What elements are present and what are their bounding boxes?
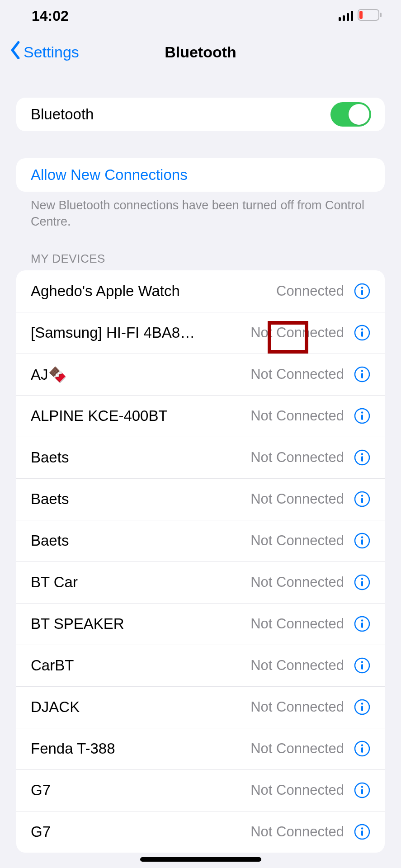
device-name: BT SPEAKER bbox=[31, 615, 250, 632]
device-status: Not Connected bbox=[250, 574, 344, 590]
info-icon[interactable] bbox=[353, 324, 371, 342]
allow-new-group: Allow New Connections bbox=[16, 158, 385, 192]
device-row[interactable]: BaetsNot Connected bbox=[16, 520, 385, 561]
my-devices-list: Aghedo's Apple WatchConnected[Samsung] H… bbox=[16, 270, 385, 853]
svg-point-26 bbox=[361, 537, 363, 538]
svg-rect-12 bbox=[361, 331, 363, 337]
svg-rect-5 bbox=[359, 11, 363, 19]
device-status: Not Connected bbox=[250, 824, 344, 840]
info-icon[interactable] bbox=[353, 823, 371, 841]
device-name: G7 bbox=[31, 782, 250, 799]
info-icon[interactable] bbox=[353, 740, 371, 758]
info-icon[interactable] bbox=[353, 781, 371, 799]
svg-rect-6 bbox=[380, 13, 382, 17]
info-icon[interactable] bbox=[353, 573, 371, 591]
device-row[interactable]: G7Not Connected bbox=[16, 769, 385, 811]
svg-rect-45 bbox=[361, 789, 363, 794]
svg-point-20 bbox=[361, 453, 363, 455]
device-name: Fenda T-388 bbox=[31, 740, 250, 757]
back-label: Settings bbox=[24, 43, 79, 61]
allow-new-footer: New Bluetooth connections have been turn… bbox=[7, 192, 394, 230]
info-icon[interactable] bbox=[353, 615, 371, 633]
info-icon[interactable] bbox=[353, 365, 371, 383]
nav-bar: Settings Bluetooth bbox=[0, 32, 401, 72]
svg-point-41 bbox=[361, 745, 363, 746]
device-name: AJ🍫 bbox=[31, 366, 250, 383]
svg-rect-0 bbox=[339, 17, 341, 21]
svg-rect-27 bbox=[361, 539, 363, 545]
status-bar: 14:02 bbox=[0, 0, 401, 32]
svg-rect-2 bbox=[347, 13, 349, 21]
back-button[interactable]: Settings bbox=[9, 41, 79, 63]
chevron-left-icon bbox=[9, 41, 22, 63]
signal-icon bbox=[339, 8, 354, 24]
svg-rect-48 bbox=[361, 830, 363, 836]
device-status: Not Connected bbox=[250, 741, 344, 757]
svg-point-23 bbox=[361, 495, 363, 497]
svg-rect-3 bbox=[351, 11, 353, 21]
device-name: BT Car bbox=[31, 574, 250, 591]
svg-point-17 bbox=[361, 412, 363, 414]
info-icon[interactable] bbox=[353, 407, 371, 425]
svg-rect-1 bbox=[343, 15, 345, 21]
svg-rect-18 bbox=[361, 415, 363, 420]
info-icon[interactable] bbox=[353, 282, 371, 300]
device-status: Not Connected bbox=[250, 408, 344, 424]
info-icon[interactable] bbox=[353, 448, 371, 467]
svg-point-35 bbox=[361, 661, 363, 663]
device-row[interactable]: BaetsNot Connected bbox=[16, 478, 385, 520]
device-name: ALPINE KCE-400BT bbox=[31, 407, 250, 425]
device-row[interactable]: BT CarNot Connected bbox=[16, 561, 385, 603]
svg-rect-39 bbox=[361, 706, 363, 711]
svg-rect-9 bbox=[361, 290, 363, 295]
svg-point-8 bbox=[361, 287, 363, 288]
bluetooth-toggle-label: Bluetooth bbox=[31, 106, 330, 123]
svg-rect-30 bbox=[361, 581, 363, 586]
info-icon[interactable] bbox=[353, 656, 371, 675]
svg-point-11 bbox=[361, 329, 363, 330]
device-name: Baets bbox=[31, 491, 250, 508]
device-status: Not Connected bbox=[250, 657, 344, 674]
device-status: Not Connected bbox=[250, 491, 344, 507]
device-name: CarBT bbox=[31, 657, 250, 674]
svg-rect-21 bbox=[361, 456, 363, 462]
status-time: 14:02 bbox=[32, 8, 69, 24]
info-icon[interactable] bbox=[353, 532, 371, 550]
home-indicator bbox=[140, 857, 261, 862]
svg-point-44 bbox=[361, 786, 363, 788]
device-row[interactable]: BT SPEAKERNot Connected bbox=[16, 603, 385, 645]
svg-point-38 bbox=[361, 703, 363, 705]
device-name: Baets bbox=[31, 532, 250, 549]
device-status: Not Connected bbox=[250, 616, 344, 632]
device-status: Not Connected bbox=[250, 699, 344, 715]
allow-new-label: Allow New Connections bbox=[31, 166, 371, 184]
allow-new-connections[interactable]: Allow New Connections bbox=[16, 158, 385, 192]
device-status: Not Connected bbox=[250, 366, 344, 382]
device-status: Not Connected bbox=[250, 533, 344, 549]
bluetooth-toggle-row[interactable]: Bluetooth bbox=[16, 98, 385, 131]
device-row[interactable]: CarBTNot Connected bbox=[16, 645, 385, 686]
my-devices-header: MY DEVICES bbox=[7, 252, 394, 270]
svg-rect-15 bbox=[361, 373, 363, 378]
device-row[interactable]: Aghedo's Apple WatchConnected bbox=[16, 270, 385, 312]
device-status: Not Connected bbox=[250, 449, 344, 466]
svg-point-29 bbox=[361, 578, 363, 580]
device-row[interactable]: G7Not Connected bbox=[16, 811, 385, 853]
info-icon[interactable] bbox=[353, 698, 371, 716]
device-row[interactable]: AJ🍫Not Connected bbox=[16, 354, 385, 395]
svg-point-14 bbox=[361, 370, 363, 372]
device-row[interactable]: DJACKNot Connected bbox=[16, 686, 385, 728]
device-row[interactable]: BaetsNot Connected bbox=[16, 437, 385, 478]
battery-low-icon bbox=[358, 8, 383, 24]
device-row[interactable]: ALPINE KCE-400BTNot Connected bbox=[16, 395, 385, 437]
info-icon[interactable] bbox=[353, 490, 371, 508]
device-status: Not Connected bbox=[250, 325, 344, 341]
device-row[interactable]: Fenda T-388Not Connected bbox=[16, 728, 385, 769]
svg-point-32 bbox=[361, 620, 363, 622]
device-name: G7 bbox=[31, 823, 250, 840]
device-row[interactable]: [Samsung] HI-FI 4BA8…Not Connected bbox=[16, 312, 385, 354]
svg-point-47 bbox=[361, 828, 363, 830]
bluetooth-toggle[interactable] bbox=[330, 102, 371, 127]
device-name: [Samsung] HI-FI 4BA8… bbox=[31, 324, 250, 341]
status-indicators bbox=[339, 8, 383, 24]
